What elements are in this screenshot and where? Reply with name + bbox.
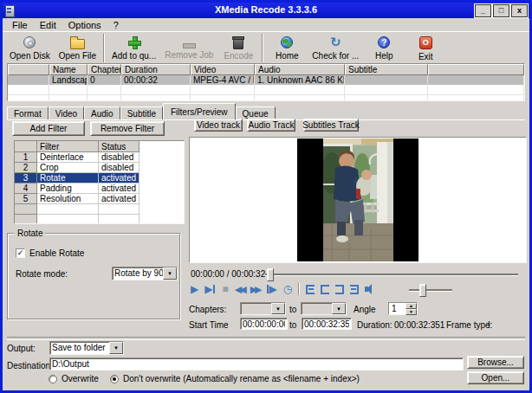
tab-filters-preview[interactable]: Filters/Preview	[163, 103, 236, 119]
tab-video[interactable]: Video	[49, 106, 84, 119]
rotate-mode-select[interactable]: Rotate by 90 degree ▼	[112, 267, 178, 280]
spin-up-icon[interactable]: ▲	[405, 303, 417, 309]
output-mode-select[interactable]: Save to folder ▼	[49, 341, 124, 355]
toolbar-separator	[262, 34, 263, 62]
open-button[interactable]: Open...	[467, 371, 524, 384]
job-subtitle	[345, 75, 428, 85]
enable-rotate-checkbox[interactable]: ✓	[16, 248, 25, 258]
help-icon: ?	[378, 36, 390, 48]
playback-time-display: 00:00:00 / 00:00:32	[191, 269, 265, 279]
column-header-subtitle[interactable]: Subtitle	[345, 64, 428, 75]
menu-item-help[interactable]: ?	[107, 20, 125, 30]
app-window: XMedia Recode 3.3.3.6 _ □ x File Edit Op…	[0, 0, 532, 393]
filter-row-deinterlace[interactable]: 1 Deinterlace disabled	[15, 152, 184, 163]
section-divider	[7, 337, 525, 340]
exit-icon: O	[419, 36, 432, 49]
filter-column-header[interactable]: Filter	[37, 141, 99, 152]
open-disk-button[interactable]: Open Disk	[5, 32, 55, 64]
window-title: XMedia Recode 3.3.3.6	[3, 4, 529, 15]
empty-row	[15, 204, 184, 215]
spin-down-icon[interactable]: ▼	[405, 309, 417, 315]
filter-row-resolution[interactable]: 5 Resolution activated	[15, 194, 184, 204]
seek-slider[interactable]	[265, 268, 518, 280]
audio-track-button[interactable]: Audio Track	[247, 119, 295, 132]
status-column-header[interactable]: Status	[99, 141, 139, 152]
chevron-down-icon[interactable]: ▼	[163, 267, 177, 280]
clock-icon[interactable]: ◷	[283, 284, 292, 294]
remove-filter-button[interactable]: Remove Filter	[90, 121, 165, 136]
chevron-down-icon[interactable]: ▼	[109, 342, 123, 354]
job-chapters: 0	[88, 75, 121, 85]
exit-button[interactable]: O Exit	[405, 32, 446, 64]
goto-start-marker-icon[interactable]	[321, 285, 329, 294]
column-header-name[interactable]: Name	[49, 64, 88, 75]
set-end-marker-icon[interactable]	[350, 285, 359, 294]
column-header-duration[interactable]: Duration	[121, 64, 191, 75]
stop-icon: ■	[222, 284, 228, 294]
overwrite-radio[interactable]	[49, 375, 57, 383]
seek-slider-thumb[interactable]	[267, 268, 274, 281]
rewind-icon[interactable]: ◀◀	[235, 285, 244, 294]
play-icon[interactable]: ▶	[191, 284, 198, 294]
column-header-chapters[interactable]: Chapters	[88, 64, 121, 75]
filter-table-header: Filter Status	[15, 141, 184, 152]
close-button[interactable]: x	[511, 4, 528, 17]
next-frame-icon[interactable]: ▶	[204, 284, 216, 294]
tab-audio[interactable]: Audio	[84, 106, 120, 119]
browse-button[interactable]: Browse...	[467, 356, 524, 369]
column-header-audio[interactable]: Audio	[255, 64, 345, 75]
column-header-video[interactable]: Video	[191, 64, 255, 75]
menu-item-options[interactable]: Options	[62, 20, 107, 30]
job-row[interactable]: Landscap... 0 00:00:32 MPEG-4 AVC / H.26…	[8, 75, 524, 85]
fast-forward-icon[interactable]: ▶▶	[250, 285, 260, 294]
tab-subtitle[interactable]: Subtitle	[120, 106, 163, 119]
home-button[interactable]: Home	[266, 32, 308, 64]
menu-item-file[interactable]: File	[6, 20, 34, 30]
duration-value: 00:00:32:351	[394, 320, 444, 330]
check-updates-button[interactable]: ↻ Check for ...	[308, 32, 363, 64]
set-start-marker-icon[interactable]	[306, 285, 315, 294]
goto-end-marker-icon[interactable]	[335, 285, 344, 294]
start-time-input[interactable]	[240, 318, 288, 330]
angle-label: Angle	[354, 305, 376, 314]
job-audio: 1. Unknown AAC 86 Kbps 441...	[255, 75, 345, 85]
video-preview	[189, 137, 527, 263]
tab-format[interactable]: Format	[7, 106, 49, 119]
subtitles-track-button[interactable]: Subtitles Track	[303, 119, 359, 132]
rotate-group: Rotate ✓ Enable Rotate Rotate mode: Rota…	[7, 233, 180, 319]
filter-row-crop[interactable]: 2 Crop disabled	[15, 163, 184, 173]
destination-input[interactable]	[49, 358, 464, 370]
add-to-queue-button[interactable]: Add to qu...	[107, 32, 160, 64]
window-controls: _ □ x	[474, 3, 529, 18]
frame-type-value: I	[488, 320, 490, 330]
empty-row	[8, 95, 524, 101]
add-filter-button[interactable]: Add Filter	[12, 121, 85, 136]
minimize-button[interactable]: _	[475, 4, 491, 17]
help-button[interactable]: ? Help	[363, 32, 405, 64]
rotate-group-title: Rotate	[15, 229, 45, 238]
column-header-blank[interactable]	[8, 64, 49, 75]
open-file-button[interactable]: Open File	[55, 32, 101, 64]
refresh-icon: ↻	[328, 35, 342, 49]
destination-label: Destination:	[7, 361, 53, 370]
angle-spinner[interactable]: 1 ▲ ▼	[388, 302, 418, 315]
filter-table: Filter Status 1 Deinterlace disabled 2 C…	[14, 140, 185, 224]
maximize-button[interactable]: □	[493, 4, 509, 17]
dont-overwrite-radio[interactable]	[110, 375, 119, 383]
speaker-icon[interactable]	[365, 284, 377, 294]
menu-bar: File Edit Options ?	[3, 18, 529, 32]
step-forward-icon[interactable]: ▶	[266, 284, 277, 294]
volume-slider-thumb[interactable]	[419, 284, 426, 297]
title-bar: XMedia Recode 3.3.3.6 _ □ x	[3, 3, 529, 18]
tab-queue[interactable]: Queue	[236, 106, 276, 119]
filter-row-rotate[interactable]: 3 Rotate activated	[15, 173, 184, 184]
filter-row-padding[interactable]: 4 Padding activated	[15, 184, 184, 194]
menu-item-edit[interactable]: Edit	[34, 20, 62, 30]
video-track-button[interactable]: Video track	[194, 119, 243, 132]
volume-slider[interactable]	[409, 284, 452, 296]
video-frame	[297, 139, 418, 261]
job-list-header: Name Chapters Duration Video Audio Subti…	[8, 64, 524, 75]
end-time-input[interactable]	[302, 318, 352, 330]
job-duration: 00:00:32	[121, 75, 191, 85]
dont-overwrite-label: Don't overwrite (Automatically rename as…	[123, 374, 360, 383]
